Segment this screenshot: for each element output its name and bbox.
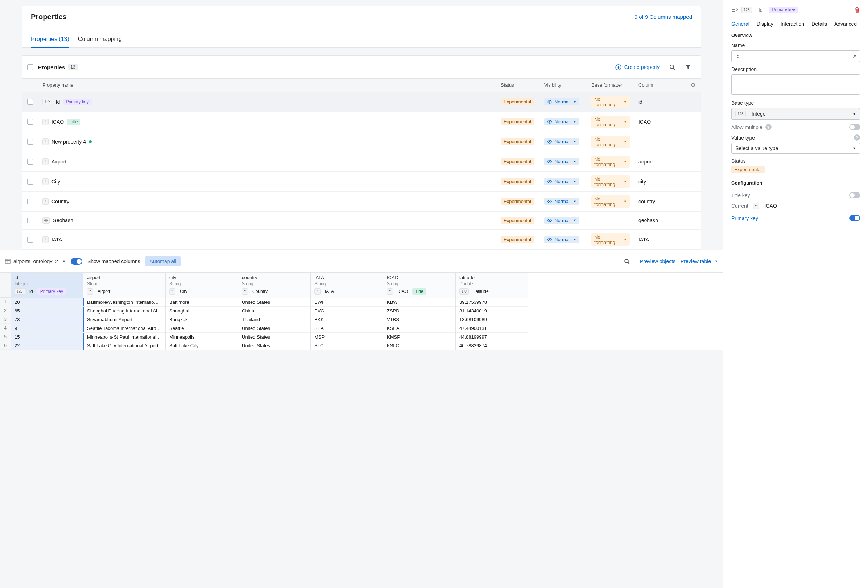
data-cell[interactable]: Bangkok — [166, 315, 238, 324]
data-cell[interactable]: Seattle — [166, 324, 238, 333]
row-checkbox[interactable] — [27, 99, 33, 105]
property-row[interactable]: ❝New property 4 Experimental Normal▼ No … — [22, 132, 701, 152]
formatter-dropdown[interactable]: No formatting▼ — [591, 96, 630, 108]
data-cell[interactable]: United States — [238, 324, 310, 333]
dataset-column[interactable]: id Integer 123IdPrimary key 20657391522 — [11, 273, 83, 350]
allow-multiple-toggle[interactable] — [849, 124, 860, 130]
preview-objects-link[interactable]: Preview objects — [640, 258, 676, 264]
row-checkbox[interactable] — [27, 199, 33, 205]
dataset-column[interactable]: airport String ❝Airport Baltimore/Washin… — [83, 273, 166, 350]
data-cell[interactable]: 13.68109989 — [456, 315, 528, 324]
data-cell[interactable]: 15 — [11, 333, 83, 342]
dataset-column[interactable]: city String ❝City BaltimoreShanghaiBangk… — [166, 273, 238, 350]
data-cell[interactable]: BKK — [311, 315, 383, 324]
property-row[interactable]: ❝ICAOTitle Experimental Normal▼ No forma… — [22, 112, 701, 132]
data-cell[interactable]: China — [238, 307, 310, 315]
dataset-search-button[interactable] — [619, 254, 635, 269]
side-tab-general[interactable]: General — [731, 18, 750, 31]
collapse-icon[interactable] — [731, 7, 738, 13]
data-cell[interactable]: ZSPD — [383, 307, 455, 315]
data-cell[interactable]: 47.44900131 — [456, 324, 528, 333]
visibility-dropdown[interactable]: Normal▼ — [544, 236, 579, 243]
filter-button[interactable] — [680, 60, 696, 74]
formatter-dropdown[interactable]: No formatting▼ — [591, 156, 630, 168]
data-cell[interactable]: Seattle Tacoma International Airp… — [83, 324, 165, 333]
formatter-dropdown[interactable]: No formatting▼ — [591, 175, 630, 188]
visibility-dropdown[interactable]: Normal▼ — [544, 198, 579, 205]
search-button[interactable] — [664, 60, 680, 74]
data-cell[interactable]: 22 — [11, 342, 83, 350]
data-cell[interactable]: United States — [238, 342, 310, 350]
data-cell[interactable]: BWI — [311, 298, 383, 307]
property-row[interactable]: ❝Country Experimental Normal▼ No formatt… — [22, 192, 701, 212]
formatter-dropdown[interactable]: No formatting▼ — [591, 116, 630, 128]
data-cell[interactable]: Salt Lake City — [166, 342, 238, 350]
data-cell[interactable]: VTBS — [383, 315, 455, 324]
side-tab-details[interactable]: Details — [812, 18, 827, 30]
property-row[interactable]: ❝Airport Experimental Normal▼ No formatt… — [22, 152, 701, 172]
data-cell[interactable]: United States — [238, 333, 310, 342]
data-cell[interactable]: SLC — [311, 342, 383, 350]
row-checkbox[interactable] — [27, 139, 33, 144]
data-cell[interactable]: Thailand — [238, 315, 310, 324]
create-property-button[interactable]: Create property — [611, 62, 664, 72]
preview-table-dropdown[interactable]: Preview table▼ — [681, 258, 718, 264]
dataset-column[interactable]: IATA String ❝IATA BWIPVGBKKSEAMSPSLC — [311, 273, 383, 350]
columns-mapped-link[interactable]: 9 of 9 Columns mapped — [635, 14, 692, 20]
visibility-dropdown[interactable]: Normal▼ — [544, 158, 579, 165]
dataset-column[interactable]: ICAO String ❝ICAOTitle KBWIZSPDVTBSKSEAK… — [383, 273, 456, 350]
visibility-dropdown[interactable]: Normal▼ — [544, 178, 579, 185]
data-cell[interactable]: KMSP — [383, 333, 455, 342]
value-type-select[interactable]: Select a value type▼ — [731, 143, 860, 154]
property-row[interactable]: Geohash Experimental Normal▼ geohash — [22, 212, 701, 230]
data-cell[interactable]: 44.88199997 — [456, 333, 528, 342]
table-settings-button[interactable] — [685, 79, 701, 92]
data-cell[interactable]: Shanghai — [166, 307, 238, 315]
data-cell[interactable]: KSEA — [383, 324, 455, 333]
row-checkbox[interactable] — [27, 218, 33, 223]
clear-name-button[interactable]: ✕ — [853, 53, 857, 59]
property-row[interactable]: ❝IATA Experimental Normal▼ No formatting… — [22, 230, 701, 250]
data-cell[interactable]: Suvarnabhumi Airport — [83, 315, 165, 324]
row-checkbox[interactable] — [27, 237, 33, 243]
data-cell[interactable]: PVG — [311, 307, 383, 315]
row-checkbox[interactable] — [27, 159, 33, 165]
data-cell[interactable]: 20 — [11, 298, 83, 307]
row-checkbox[interactable] — [27, 179, 33, 184]
data-cell[interactable]: SEA — [311, 324, 383, 333]
automap-all-button[interactable]: Automap all — [145, 256, 180, 267]
visibility-dropdown[interactable]: Normal▼ — [544, 118, 579, 125]
title-key-toggle[interactable] — [849, 192, 860, 198]
formatter-dropdown[interactable]: No formatting▼ — [591, 136, 630, 148]
select-all-checkbox[interactable] — [27, 64, 33, 70]
row-checkbox[interactable] — [27, 119, 33, 125]
help-icon[interactable]: ? — [854, 134, 860, 141]
show-mapped-toggle[interactable] — [71, 258, 82, 265]
data-cell[interactable]: United States — [238, 298, 310, 307]
property-row[interactable]: ❝City Experimental Normal▼ No formatting… — [22, 172, 701, 192]
name-input[interactable] — [731, 50, 860, 62]
visibility-dropdown[interactable]: Normal▼ — [544, 98, 579, 105]
formatter-dropdown[interactable]: No formatting▼ — [591, 233, 630, 246]
visibility-dropdown[interactable]: Normal▼ — [544, 217, 579, 224]
delete-button[interactable] — [854, 6, 860, 13]
tab-column-mapping[interactable]: Column mapping — [78, 33, 122, 47]
property-row[interactable]: 123IdPrimary key Experimental Normal▼ No… — [22, 92, 701, 112]
dataset-selector[interactable]: airports_ontology_2 ▼ — [5, 258, 66, 264]
data-cell[interactable]: 65 — [11, 307, 83, 315]
data-cell[interactable]: Baltimore/Washington Internatio… — [83, 298, 165, 307]
base-type-select[interactable]: 123Integer▼ — [731, 108, 860, 119]
data-cell[interactable]: MSP — [311, 333, 383, 342]
data-cell[interactable]: KBWI — [383, 298, 455, 307]
data-cell[interactable]: 40.78839874 — [456, 342, 528, 350]
data-cell[interactable]: Baltimore — [166, 298, 238, 307]
data-cell[interactable]: 31.14340019 — [456, 307, 528, 315]
visibility-dropdown[interactable]: Normal▼ — [544, 138, 579, 145]
dataset-column[interactable]: latitude Double 1.0Latitude 39.175399783… — [456, 273, 528, 350]
formatter-dropdown[interactable]: No formatting▼ — [591, 195, 630, 208]
side-tab-display[interactable]: Display — [757, 18, 774, 30]
data-cell[interactable]: Shanghai Pudong International Ai… — [83, 307, 165, 315]
data-cell[interactable]: Minneapolis-St Paul International… — [83, 333, 165, 342]
data-cell[interactable]: Minneapolis — [166, 333, 238, 342]
data-cell[interactable]: KSLC — [383, 342, 455, 350]
